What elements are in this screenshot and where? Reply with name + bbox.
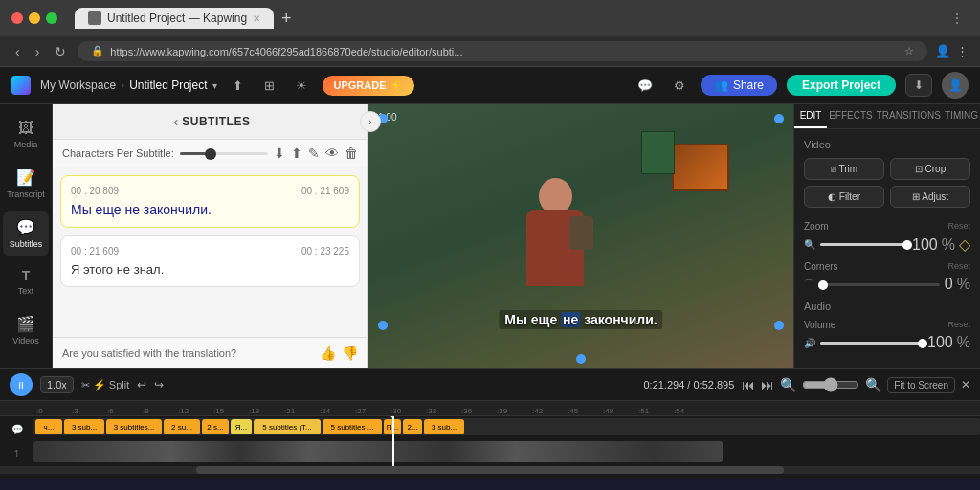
playhead[interactable]	[392, 416, 394, 466]
subtitle-part-2: закончили.	[580, 312, 657, 327]
adjust-button[interactable]: ⊞ Adjust	[890, 186, 970, 208]
profile-icon[interactable]: 👤	[935, 44, 950, 58]
back-button[interactable]: ‹	[11, 42, 24, 61]
subtitles-back-button[interactable]: ‹	[170, 112, 183, 131]
corner-handle-bl[interactable]	[378, 321, 388, 330]
tab-edit[interactable]: EDIT	[794, 104, 827, 128]
trim-button[interactable]: ⎚ Trim	[804, 158, 884, 180]
sidebar-item-text[interactable]: T Text	[3, 260, 49, 303]
filter-button[interactable]: ◐ Filter	[804, 186, 884, 208]
new-tab-button[interactable]: +	[274, 9, 300, 29]
sub-chunk-7[interactable]: 5 subtitles (T...	[254, 419, 321, 434]
refresh-button[interactable]: ↻	[51, 42, 70, 61]
share-button[interactable]: 👥 Share	[701, 75, 777, 96]
tab-effects[interactable]: EFFECTS	[827, 104, 875, 128]
zoom-in-icon[interactable]: 🔍	[865, 377, 881, 392]
sidebar-item-media[interactable]: 🖼 Media	[3, 112, 49, 157]
address-bar[interactable]: 🔒 https://www.kapwing.com/657c4066f295ad…	[78, 41, 927, 61]
minimize-traffic-light[interactable]	[29, 12, 40, 24]
video-scene: 1:00 Мы еще не закончили.	[368, 104, 793, 368]
subtitle-action-4[interactable]: 👁	[325, 145, 339, 161]
subtitle-action-2[interactable]: ⬆	[291, 145, 302, 161]
zoom-slider-track[interactable]	[820, 243, 907, 246]
videos-icon: 🎬	[16, 315, 35, 333]
sub-chunk-4[interactable]: 2 su...	[164, 419, 200, 434]
active-tab[interactable]: Untitled Project — Kapwing ✕	[75, 8, 274, 29]
subtitle-track-content[interactable]: ч... 3 sub... 3 subtitles... 2 su... 2 s…	[33, 418, 980, 439]
video-section: Video ⎚ Trim ⊡ Crop ◐ Filter ⊞ Adjust	[804, 139, 970, 208]
thumbs-up-icon[interactable]: 👍	[320, 345, 336, 361]
sub-chunk-6[interactable]: Я...	[231, 419, 252, 434]
subtitle-item-1[interactable]: 00 : 20 809 00 : 21 609 Мы еще не законч…	[60, 175, 360, 228]
fit-to-screen-button[interactable]: Fit to Screen	[887, 377, 955, 393]
play-pause-button[interactable]: ⏸	[10, 373, 33, 396]
volume-slider-row: Volume Reset 🔊 100 %	[804, 320, 970, 351]
split-button[interactable]: ✂ ⚡ Split	[81, 379, 129, 391]
share-upload-button[interactable]: ⬆	[227, 75, 249, 97]
corners-controls: ⌒ 0 %	[804, 276, 970, 293]
zoom-out-icon[interactable]: 🔍	[780, 377, 796, 392]
video-track-content[interactable]	[33, 441, 980, 466]
download-button[interactable]: ⬇	[905, 74, 932, 97]
app: My Workspace › Untitled Project ▾ ⬆ ⊞ ☀ …	[0, 67, 980, 479]
sub-chunk-1[interactable]: ч...	[35, 419, 62, 434]
redo-button[interactable]: ↪	[154, 378, 164, 391]
sub-chunk-10[interactable]: 2...	[403, 419, 422, 434]
timeline-ruler: :0 :3 :6 :9 :12 :15 :18 :21 :24 :27 :30 …	[0, 401, 980, 416]
sub-chunk-8[interactable]: 5 subtitles ...	[323, 419, 382, 434]
speed-button[interactable]: 1.0x	[40, 376, 74, 393]
sub-chunk-2[interactable]: 3 sub...	[64, 419, 104, 434]
maximize-traffic-light[interactable]	[46, 12, 57, 24]
sidebar-item-transcript[interactable]: 📝 Transcript	[3, 161, 49, 207]
next-frame-icon[interactable]: ⏭	[761, 377, 774, 392]
chat-button[interactable]: 💬	[632, 75, 658, 97]
prev-frame-icon[interactable]: ⏮	[742, 377, 755, 392]
more-icon[interactable]: ⋮	[956, 44, 969, 58]
corners-reset[interactable]: Reset	[947, 261, 970, 272]
chars-per-subtitle-slider[interactable]	[180, 152, 268, 155]
sub-chunk-3[interactable]: 3 subtitles...	[106, 419, 162, 434]
crop-button[interactable]: ⊡ Crop	[890, 158, 970, 180]
undo-button[interactable]: ↩	[137, 378, 146, 391]
translation-bar: Are you satisfied with the translation? …	[53, 337, 368, 368]
subtitle-action-1[interactable]: ⬇	[274, 145, 285, 161]
upgrade-button[interactable]: UPGRADE ⚡	[323, 76, 414, 96]
sidebar-item-videos[interactable]: 🎬 Videos	[3, 307, 49, 353]
project-dropdown-icon[interactable]: ▾	[212, 80, 217, 91]
zoom-slider[interactable]	[802, 377, 859, 392]
timeline-right-controls: ⏮ ⏭ 🔍 🔍 Fit to Screen ✕	[742, 377, 970, 393]
thumbs-down-icon[interactable]: 👎	[342, 345, 358, 361]
subtitle-item-2[interactable]: 00 : 21 609 00 : 23 225 Я этого не знал.	[60, 235, 360, 287]
subtitle-action-5[interactable]: 🗑	[345, 145, 358, 161]
sidebar-item-subtitles[interactable]: 💬 Subtitles	[3, 211, 49, 256]
timeline-close-button[interactable]: ✕	[961, 378, 970, 391]
ruler-tick-33: :33	[426, 407, 436, 415]
settings-button[interactable]: ☀	[290, 75, 313, 97]
scrollbar-thumb[interactable]	[196, 466, 784, 474]
corner-handle-bottom[interactable]	[576, 354, 586, 364]
export-button[interactable]: Export Project	[787, 75, 896, 96]
sidebar-label-transcript: Transcript	[7, 189, 45, 199]
avatar[interactable]: 👤	[942, 72, 969, 99]
volume-slider-track[interactable]	[820, 342, 923, 345]
zoom-reset[interactable]: Reset	[947, 221, 970, 232]
gear-button[interactable]: ⚙	[668, 75, 691, 97]
grid-button[interactable]: ⊞	[258, 75, 280, 97]
corner-handle-br[interactable]	[774, 321, 784, 330]
forward-button[interactable]: ›	[32, 42, 44, 61]
tab-close-button[interactable]: ✕	[253, 13, 260, 24]
sub-chunk-5[interactable]: 2 s...	[202, 419, 229, 434]
corners-value-display: 0 %	[945, 276, 970, 293]
corner-handle-tr[interactable]	[774, 114, 784, 123]
panel-collapse-button[interactable]: ›	[360, 111, 381, 132]
timeline-scrollbar[interactable]	[0, 466, 980, 474]
tab-transitions[interactable]: TRANSITIONS	[875, 104, 943, 128]
workspace-link[interactable]: My Workspace	[40, 78, 116, 92]
sub-chunk-11[interactable]: 3 sub...	[424, 419, 464, 434]
volume-reset[interactable]: Reset	[947, 320, 970, 330]
corners-slider-track[interactable]	[818, 283, 940, 286]
tab-timing[interactable]: TIMING	[943, 104, 980, 128]
subtitle-action-3[interactable]: ✎	[308, 145, 320, 161]
close-traffic-light[interactable]	[11, 12, 23, 24]
ruler-tick-21: :21	[284, 407, 295, 415]
